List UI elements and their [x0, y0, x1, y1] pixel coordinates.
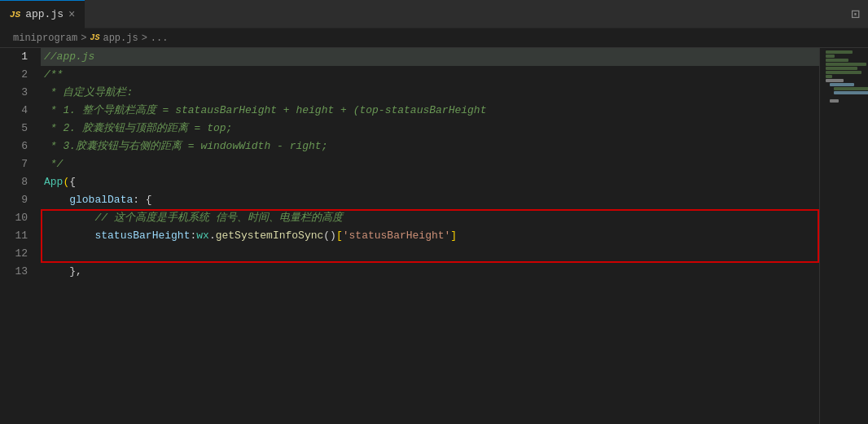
tab-filename: app.js [25, 8, 64, 20]
code-line-2: /** [41, 66, 819, 84]
line-num-7: 7 [0, 155, 41, 173]
minimap-line [834, 95, 839, 98]
code-content[interactable]: //app.js /** * 自定义导航栏: * 1. 整个导航栏高度 = st… [41, 48, 819, 424]
code-token: }, [69, 263, 82, 281]
breadcrumb-dots[interactable]: ... [151, 33, 169, 44]
line-num-5: 5 [0, 120, 41, 138]
code-token: getSystemInfoSync [216, 227, 324, 245]
code-token: // 这个高度是手机系统 信号、时间、电量栏的高度 [94, 209, 342, 227]
line-num-9: 9 [0, 191, 41, 209]
minimap-line [826, 59, 848, 62]
code-token: ( [63, 173, 69, 191]
editor-window: JS app.js × ⊡ miniprogram > JS app.js > … [0, 0, 868, 424]
code-token: 'statusBarHeight' [343, 227, 451, 245]
minimap-line [826, 63, 866, 66]
breadcrumb-file[interactable]: app.js [103, 33, 138, 44]
code-line-8: App({ [41, 173, 819, 191]
code-token [44, 191, 69, 209]
code-line-4: * 1. 整个导航栏高度 = statausBarHeight + height… [41, 102, 819, 120]
minimap [819, 48, 868, 424]
tab-bar: JS app.js × ⊡ [0, 0, 868, 28]
minimap-line [826, 71, 861, 74]
minimap-line [834, 87, 868, 90]
breadcrumb-js-icon: JS [90, 33, 99, 42]
code-token: wx [196, 227, 209, 245]
line-num-13: 13 [0, 263, 41, 281]
code-token [44, 245, 50, 263]
code-token [44, 209, 94, 227]
breadcrumb-folder[interactable]: miniprogram [13, 33, 77, 44]
line-num-3: 3 [0, 84, 41, 102]
line-num-1: 1 [0, 48, 41, 66]
minimap-line [830, 99, 839, 103]
code-token: globalData [69, 191, 133, 209]
minimap-line [826, 79, 844, 82]
code-line-7: */ [41, 155, 819, 173]
minimap-line [830, 83, 854, 86]
code-token: * 1. 整个导航栏高度 = statausBarHeight + height… [44, 102, 486, 120]
minimap-line [826, 67, 857, 70]
breadcrumb-sep2: > [142, 33, 147, 44]
code-token: ] [450, 227, 457, 245]
code-line-6: * 3.胶囊按钮与右侧的距离 = windowWidth - right; [41, 138, 819, 155]
code-token: : { [133, 191, 151, 209]
minimap-content [820, 48, 868, 105]
code-token: * 2. 胶囊按钮与顶部的距离 = top; [44, 120, 232, 138]
line-num-8: 8 [0, 173, 41, 191]
code-token: * 自定义导航栏: [44, 84, 133, 102]
minimap-line [834, 91, 868, 94]
line-num-6: 6 [0, 138, 41, 155]
line-num-10: 10 [0, 209, 41, 227]
line-num-4: 4 [0, 102, 41, 120]
code-token: */ [44, 155, 63, 173]
red-box-section: // 这个高度是手机系统 信号、时间、电量栏的高度 statusBarHeigh… [41, 209, 819, 263]
code-token [44, 227, 94, 245]
line-numbers: 1 2 3 4 5 6 7 8 9 10 11 12 13 [0, 48, 41, 424]
tab-app-js[interactable]: JS app.js × [0, 0, 85, 28]
code-token: . [209, 227, 216, 245]
panel-icon: ⊡ [843, 5, 868, 23]
code-token [44, 263, 69, 281]
code-token: { [69, 173, 76, 191]
code-line-13: }, [41, 263, 819, 281]
minimap-line [826, 50, 853, 54]
code-line-11: statusBarHeight: wx.getSystemInfoSync()[… [41, 227, 819, 245]
code-token: statusBarHeight [94, 227, 190, 245]
line-num-11: 11 [0, 227, 41, 245]
code-token: * 3.胶囊按钮与右侧的距离 = windowWidth - right; [44, 138, 327, 155]
code-line-3: * 自定义导航栏: [41, 84, 819, 102]
code-token: /** [44, 66, 63, 84]
code-token: App [44, 173, 63, 191]
minimap-line [826, 55, 835, 58]
code-line-1: //app.js [41, 48, 819, 66]
code-line-5: * 2. 胶囊按钮与顶部的距离 = top; [41, 120, 819, 138]
code-line-10: // 这个高度是手机系统 信号、时间、电量栏的高度 [41, 209, 819, 227]
minimap-line [826, 75, 832, 78]
code-line-9: globalData: { [41, 191, 819, 209]
breadcrumb-sep1: > [81, 33, 86, 44]
code-token: : [190, 227, 196, 245]
line-num-12: 12 [0, 245, 41, 263]
code-token: //app.js [44, 48, 94, 66]
line-num-2: 2 [0, 66, 41, 84]
breadcrumb: miniprogram > JS app.js > ... [0, 28, 868, 48]
tab-close-button[interactable]: × [68, 9, 75, 20]
js-file-icon: JS [10, 10, 20, 20]
editor-area: 1 2 3 4 5 6 7 8 9 10 11 12 13 //app.js /… [0, 48, 868, 424]
code-token: () [323, 227, 336, 245]
code-token: [ [336, 227, 343, 245]
code-line-12 [41, 245, 819, 263]
